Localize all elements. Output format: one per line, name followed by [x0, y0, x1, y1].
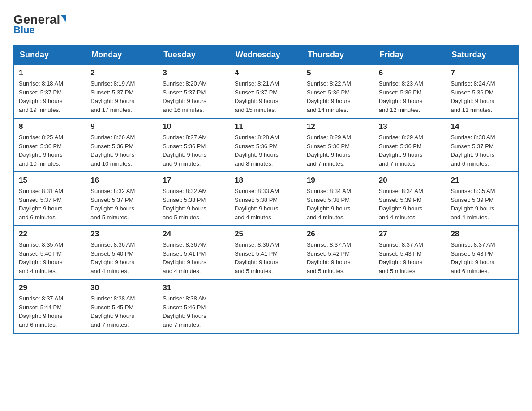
day-info: Sunrise: 8:37 AMSunset: 5:43 PMDaylight:…: [379, 240, 442, 275]
day-number: 20: [379, 176, 442, 185]
day-number: 29: [19, 283, 81, 292]
calendar-cell: 14 Sunrise: 8:30 AMSunset: 5:37 PMDaylig…: [446, 118, 518, 172]
day-number: 6: [379, 68, 442, 77]
day-info: Sunrise: 8:32 AMSunset: 5:38 PMDaylight:…: [163, 187, 225, 222]
col-header-tuesday: Tuesday: [158, 45, 230, 64]
day-info: Sunrise: 8:21 AMSunset: 5:37 PMDaylight:…: [235, 79, 297, 114]
calendar-cell: 24 Sunrise: 8:36 AMSunset: 5:41 PMDaylig…: [158, 226, 230, 279]
calendar-cell: 2 Sunrise: 8:19 AMSunset: 5:37 PMDayligh…: [86, 64, 158, 118]
calendar-cell: 12 Sunrise: 8:29 AMSunset: 5:36 PMDaylig…: [302, 118, 374, 172]
calendar-cell: 27 Sunrise: 8:37 AMSunset: 5:43 PMDaylig…: [374, 226, 446, 279]
day-number: 14: [451, 122, 513, 131]
day-number: 7: [451, 68, 513, 77]
day-number: 31: [163, 283, 225, 292]
day-number: 1: [19, 68, 81, 77]
day-number: 18: [235, 176, 297, 185]
day-number: 10: [163, 122, 225, 131]
col-header-wednesday: Wednesday: [230, 45, 302, 64]
day-number: 11: [235, 122, 297, 131]
day-number: 13: [379, 122, 442, 131]
day-info: Sunrise: 8:34 AMSunset: 5:38 PMDaylight:…: [307, 187, 369, 222]
calendar-cell: [302, 279, 374, 333]
calendar-cell: 31 Sunrise: 8:38 AMSunset: 5:46 PMDaylig…: [158, 279, 230, 333]
day-number: 30: [90, 283, 153, 292]
calendar-week-row: 8 Sunrise: 8:25 AMSunset: 5:36 PMDayligh…: [14, 118, 518, 172]
day-info: Sunrise: 8:18 AMSunset: 5:37 PMDaylight:…: [19, 79, 81, 114]
day-number: 8: [19, 122, 81, 131]
day-number: 12: [307, 122, 369, 131]
day-number: 4: [235, 68, 297, 77]
calendar-cell: 19 Sunrise: 8:34 AMSunset: 5:38 PMDaylig…: [302, 172, 374, 226]
day-info: Sunrise: 8:20 AMSunset: 5:37 PMDaylight:…: [163, 79, 225, 114]
day-info: Sunrise: 8:29 AMSunset: 5:36 PMDaylight:…: [307, 133, 369, 168]
calendar-cell: 23 Sunrise: 8:36 AMSunset: 5:40 PMDaylig…: [86, 226, 158, 279]
calendar-week-row: 15 Sunrise: 8:31 AMSunset: 5:37 PMDaylig…: [14, 172, 518, 226]
calendar-cell: [374, 279, 446, 333]
calendar-cell: 9 Sunrise: 8:26 AMSunset: 5:36 PMDayligh…: [86, 118, 158, 172]
page-header: General Blue: [13, 13, 519, 36]
calendar-cell: 18 Sunrise: 8:33 AMSunset: 5:38 PMDaylig…: [230, 172, 302, 226]
day-number: 26: [307, 230, 369, 239]
day-number: 27: [379, 230, 442, 239]
calendar-cell: 4 Sunrise: 8:21 AMSunset: 5:37 PMDayligh…: [230, 64, 302, 118]
calendar-cell: 13 Sunrise: 8:29 AMSunset: 5:36 PMDaylig…: [374, 118, 446, 172]
day-info: Sunrise: 8:33 AMSunset: 5:38 PMDaylight:…: [235, 187, 297, 222]
day-number: 2: [90, 68, 153, 77]
calendar-cell: [230, 279, 302, 333]
calendar-cell: 21 Sunrise: 8:35 AMSunset: 5:39 PMDaylig…: [446, 172, 518, 226]
calendar-header-row: SundayMondayTuesdayWednesdayThursdayFrid…: [14, 45, 518, 64]
calendar-cell: 29 Sunrise: 8:37 AMSunset: 5:44 PMDaylig…: [14, 279, 86, 333]
day-number: 22: [19, 230, 81, 239]
col-header-saturday: Saturday: [446, 45, 518, 64]
calendar-cell: 20 Sunrise: 8:34 AMSunset: 5:39 PMDaylig…: [374, 172, 446, 226]
day-number: 17: [163, 176, 225, 185]
day-number: 15: [19, 176, 81, 185]
day-info: Sunrise: 8:29 AMSunset: 5:36 PMDaylight:…: [379, 133, 442, 168]
calendar-cell: 22 Sunrise: 8:35 AMSunset: 5:40 PMDaylig…: [14, 226, 86, 279]
day-info: Sunrise: 8:37 AMSunset: 5:42 PMDaylight:…: [307, 240, 369, 275]
day-info: Sunrise: 8:36 AMSunset: 5:41 PMDaylight:…: [163, 240, 225, 275]
day-info: Sunrise: 8:23 AMSunset: 5:36 PMDaylight:…: [379, 79, 442, 114]
calendar-cell: 11 Sunrise: 8:28 AMSunset: 5:36 PMDaylig…: [230, 118, 302, 172]
day-info: Sunrise: 8:30 AMSunset: 5:37 PMDaylight:…: [451, 133, 513, 168]
day-number: 23: [90, 230, 153, 239]
day-number: 28: [451, 230, 513, 239]
calendar-table: SundayMondayTuesdayWednesdayThursdayFrid…: [13, 45, 519, 334]
day-info: Sunrise: 8:28 AMSunset: 5:36 PMDaylight:…: [235, 133, 297, 168]
day-info: Sunrise: 8:35 AMSunset: 5:40 PMDaylight:…: [19, 240, 81, 275]
day-info: Sunrise: 8:35 AMSunset: 5:39 PMDaylight:…: [451, 187, 513, 222]
calendar-week-row: 29 Sunrise: 8:37 AMSunset: 5:44 PMDaylig…: [14, 279, 518, 333]
calendar-cell: 5 Sunrise: 8:22 AMSunset: 5:36 PMDayligh…: [302, 64, 374, 118]
calendar-cell: 7 Sunrise: 8:24 AMSunset: 5:36 PMDayligh…: [446, 64, 518, 118]
day-number: 25: [235, 230, 297, 239]
day-info: Sunrise: 8:22 AMSunset: 5:36 PMDaylight:…: [307, 79, 369, 114]
day-info: Sunrise: 8:37 AMSunset: 5:43 PMDaylight:…: [451, 240, 513, 275]
logo-blue-label: Blue: [13, 24, 35, 36]
day-number: 21: [451, 176, 513, 185]
col-header-sunday: Sunday: [14, 45, 86, 64]
col-header-thursday: Thursday: [302, 45, 374, 64]
day-info: Sunrise: 8:19 AMSunset: 5:37 PMDaylight:…: [90, 79, 153, 114]
day-number: 24: [163, 230, 225, 239]
calendar-cell: [446, 279, 518, 333]
day-info: Sunrise: 8:34 AMSunset: 5:39 PMDaylight:…: [379, 187, 442, 222]
day-info: Sunrise: 8:24 AMSunset: 5:36 PMDaylight:…: [451, 79, 513, 114]
calendar-cell: 17 Sunrise: 8:32 AMSunset: 5:38 PMDaylig…: [158, 172, 230, 226]
col-header-friday: Friday: [374, 45, 446, 64]
calendar-week-row: 1 Sunrise: 8:18 AMSunset: 5:37 PMDayligh…: [14, 64, 518, 118]
calendar-cell: 30 Sunrise: 8:38 AMSunset: 5:45 PMDaylig…: [86, 279, 158, 333]
day-number: 5: [307, 68, 369, 77]
calendar-cell: 26 Sunrise: 8:37 AMSunset: 5:42 PMDaylig…: [302, 226, 374, 279]
day-info: Sunrise: 8:25 AMSunset: 5:36 PMDaylight:…: [19, 133, 81, 168]
calendar-cell: 16 Sunrise: 8:32 AMSunset: 5:37 PMDaylig…: [86, 172, 158, 226]
calendar-cell: 3 Sunrise: 8:20 AMSunset: 5:37 PMDayligh…: [158, 64, 230, 118]
day-number: 19: [307, 176, 369, 185]
col-header-monday: Monday: [86, 45, 158, 64]
calendar-cell: 25 Sunrise: 8:36 AMSunset: 5:41 PMDaylig…: [230, 226, 302, 279]
calendar-cell: 8 Sunrise: 8:25 AMSunset: 5:36 PMDayligh…: [14, 118, 86, 172]
logo: General Blue: [13, 13, 66, 36]
day-info: Sunrise: 8:36 AMSunset: 5:41 PMDaylight:…: [235, 240, 297, 275]
day-info: Sunrise: 8:32 AMSunset: 5:37 PMDaylight:…: [90, 187, 153, 222]
day-info: Sunrise: 8:36 AMSunset: 5:40 PMDaylight:…: [90, 240, 153, 275]
day-info: Sunrise: 8:37 AMSunset: 5:44 PMDaylight:…: [19, 294, 81, 329]
